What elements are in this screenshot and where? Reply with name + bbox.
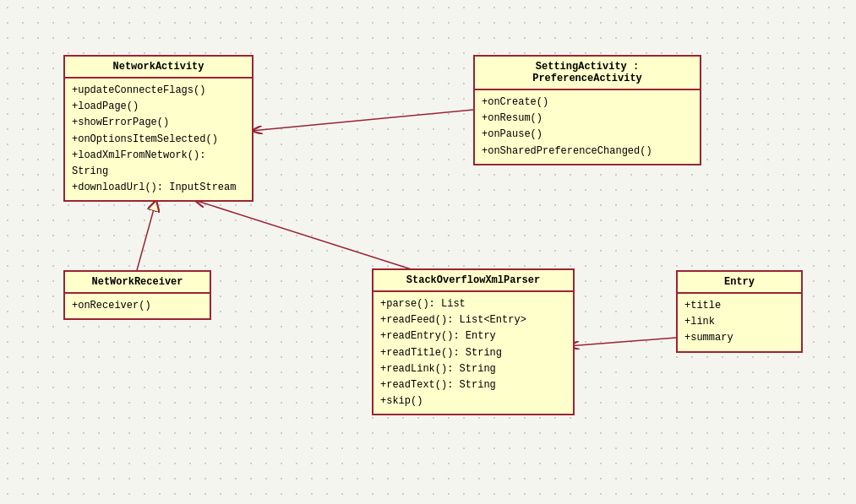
method-4: +onOptionsItemSelected() — [72, 132, 245, 148]
nr-method-1: +onReceiver() — [72, 298, 203, 314]
sa-method-3: +onPause() — [482, 127, 693, 143]
class-entry: Entry +title +link +summary — [676, 270, 803, 353]
method-1: +updateConnecteFlags() — [72, 83, 245, 99]
sp-method-3: +readEntry(): Entry — [380, 328, 566, 344]
method-6: +downloadUrl(): InputStream — [72, 180, 245, 196]
class-body-entry: +title +link +summary — [678, 294, 801, 351]
sp-method-4: +readTitle(): String — [380, 345, 566, 361]
sa-method-1: +onCreate() — [482, 95, 693, 111]
class-header-entry: Entry — [678, 272, 801, 294]
class-body-network-activity: +updateConnecteFlags() +loadPage() +show… — [65, 79, 252, 200]
class-header-setting-activity: SettingActivity : PreferenceActivity — [475, 57, 700, 90]
class-header-stackoverflow-parser: StackOverflowXmlParser — [373, 270, 573, 292]
svg-line-1 — [251, 110, 473, 131]
diagram-canvas: NetworkActivity +updateConnecteFlags() +… — [0, 0, 856, 504]
class-network-receiver: NetWorkReceiver +onReceiver() — [63, 270, 211, 320]
sp-method-1: +parse(): List — [380, 296, 566, 312]
method-2: +loadPage() — [72, 99, 245, 115]
sa-method-2: +onResum() — [482, 111, 693, 127]
sa-method-4: +onSharedPreferenceChanged() — [482, 144, 693, 160]
sp-method-2: +readFeed(): List<Entry> — [380, 312, 566, 328]
class-network-activity: NetworkActivity +updateConnecteFlags() +… — [63, 55, 254, 202]
class-stackoverflow-parser: StackOverflowXmlParser +parse(): List +r… — [372, 268, 575, 415]
sp-method-5: +readLink(): String — [380, 361, 566, 377]
method-3: +showErrorPage() — [72, 115, 245, 131]
class-header-network-activity: NetworkActivity — [65, 57, 252, 79]
class-body-network-receiver: +onReceiver() — [65, 294, 210, 318]
svg-line-2 — [137, 200, 156, 270]
entry-field-3: +summary — [684, 330, 794, 346]
class-body-stackoverflow-parser: +parse(): List +readFeed(): List<Entry> … — [373, 292, 573, 414]
svg-line-4 — [568, 338, 676, 346]
class-setting-activity: SettingActivity : PreferenceActivity +on… — [473, 55, 701, 165]
sp-method-6: +readText(): String — [380, 377, 566, 393]
entry-field-1: +title — [684, 298, 794, 314]
class-body-setting-activity: +onCreate() +onResum() +onPause() +onSha… — [475, 90, 700, 164]
method-5: +loadXmlFromNetwork(): String — [72, 148, 245, 180]
entry-field-2: +link — [684, 314, 794, 330]
class-header-network-receiver: NetWorkReceiver — [65, 272, 210, 294]
svg-line-3 — [194, 200, 414, 270]
sp-method-7: +skip() — [380, 393, 566, 409]
